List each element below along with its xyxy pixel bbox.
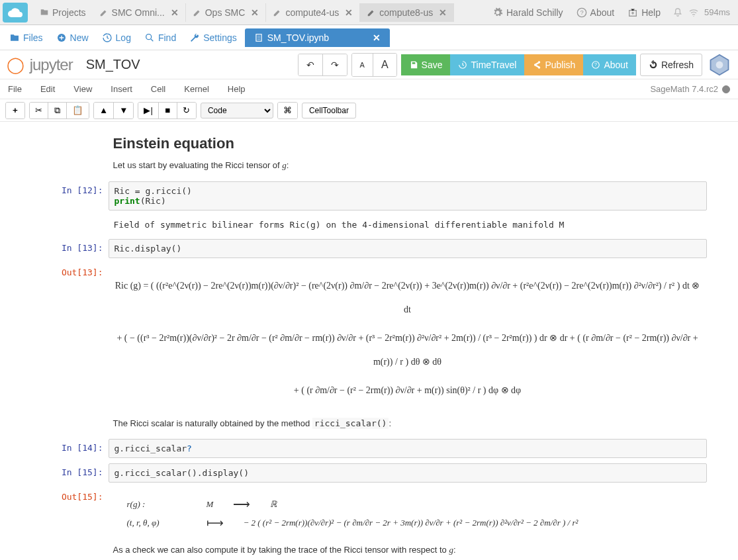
sage-logo-icon (708, 53, 731, 77)
jupyter-toolbar: + ✂ ⧉ 📋 ▲ ▼ ▶| ■ ↻ Code ⌘ CellToolbar (0, 99, 738, 122)
pencil-icon (273, 8, 282, 17)
command-palette-button[interactable]: ⌘ (278, 103, 297, 118)
jupyter-header: ◯ jupyter SM_TOV ↶ ↷ A A Save TimeTravel… (0, 50, 738, 79)
close-icon[interactable]: ✕ (345, 7, 353, 18)
bell-icon[interactable] (672, 7, 683, 18)
move-up-button[interactable]: ▲ (94, 103, 114, 118)
about-label: About (590, 7, 615, 18)
code-cell-13[interactable]: In [13]: Ric.display() (24, 239, 707, 258)
menu-edit[interactable]: Edit (40, 84, 55, 94)
paste-button[interactable]: 📋 (67, 103, 89, 118)
in-prompt: In [12]: (24, 181, 109, 210)
code-cell-15[interactable]: In [15]: g.ricci_scalar().display() (24, 463, 707, 483)
about-link[interactable]: ? About (570, 3, 622, 22)
save-button[interactable]: Save (401, 54, 451, 75)
help-link[interactable]: Help (621, 3, 667, 22)
markdown-cell-heading[interactable]: Einstein equation Let us start by evalua… (113, 135, 707, 171)
log-label: Log (116, 32, 131, 43)
move-down-button[interactable]: ▼ (114, 103, 133, 118)
cut-button[interactable]: ✂ (30, 103, 48, 118)
projects-label: Projects (52, 7, 86, 18)
top-navigation: Projects SMC Omni... ✕ Ops SMC ✕ compute… (0, 0, 738, 25)
menu-cell[interactable]: Cell (151, 84, 165, 94)
out-prompt: Out[15]: (24, 488, 109, 539)
files-button[interactable]: Files (4, 28, 48, 47)
insert-cell-button[interactable]: + (6, 103, 24, 118)
about-label: About (604, 60, 628, 70)
open-file-tab[interactable]: SM_TOV.ipynb ✕ (245, 28, 390, 47)
new-button[interactable]: New (51, 28, 94, 47)
markdown-cell-ricci-scalar[interactable]: The Ricci scalar is naturally obtained b… (113, 418, 707, 428)
menu-kernel[interactable]: Kernel (184, 84, 209, 94)
text-output: Field of symmetric bilinear forms Ric(g)… (109, 216, 707, 234)
undo-button[interactable]: ↶ (299, 54, 323, 75)
code-cell-14[interactable]: In [14]: g.ricci_scalar? (24, 439, 707, 458)
svg-point-3 (693, 15, 694, 16)
close-icon[interactable]: ✕ (251, 7, 259, 18)
refresh-button[interactable]: Refresh (640, 54, 702, 76)
copy-button[interactable]: ⧉ (48, 103, 67, 118)
help-label: Help (641, 7, 661, 18)
cell-toolbar-button[interactable]: CellToolbar (302, 103, 356, 118)
out-prompt-empty (24, 216, 109, 234)
project-tab-label: SMC Omni... (112, 7, 165, 18)
font-decrease-button[interactable]: A (352, 54, 373, 76)
wifi-icon (688, 7, 699, 18)
question-icon: ? (591, 60, 600, 70)
notebook-title[interactable]: SM_TOV (86, 57, 140, 72)
font-buttons: A A (351, 53, 397, 77)
projects-icon (40, 8, 49, 17)
status-area: 594ms (667, 7, 735, 18)
kernel-indicator: SageMath 7.4.rc2 (650, 84, 730, 94)
timetravel-button[interactable]: TimeTravel (450, 54, 524, 75)
project-tab-3[interactable]: compute8-us ✕ (360, 3, 454, 22)
log-button[interactable]: Log (97, 28, 136, 47)
code-input[interactable]: g.ricci_scalar? (109, 439, 707, 458)
code-input[interactable]: g.ricci_scalar().display() (109, 463, 707, 483)
heading-text: Einstein equation (113, 135, 707, 152)
output-cell-12: Field of symmetric bilinear forms Ric(g)… (24, 216, 707, 234)
kernel-status-icon (722, 85, 730, 93)
project-tab-label: Ops SMC (205, 7, 246, 18)
output-cell-13: Out[13]: Ric (g) = ( ((r²e^(2ν(r)) − 2re… (24, 263, 707, 413)
code-input[interactable]: Ric.display() (109, 239, 707, 258)
close-icon[interactable]: ✕ (171, 7, 179, 18)
project-tab-label: compute8-us (379, 7, 433, 18)
project-tab-0[interactable]: SMC Omni... ✕ (93, 3, 186, 22)
menu-view[interactable]: View (73, 84, 92, 94)
project-tab-2[interactable]: compute4-us ✕ (266, 3, 360, 22)
code-input[interactable]: Ric = g.ricci() print(Ric) (109, 181, 707, 210)
restart-button[interactable]: ↻ (177, 103, 196, 118)
svg-point-5 (146, 34, 152, 39)
run-button[interactable]: ▶| (138, 103, 158, 118)
project-tab-1[interactable]: Ops SMC ✕ (186, 3, 267, 22)
math-output: Ric (g) = ( ((r²e^(2ν(r)) − 2re^(2ν(r))m… (109, 263, 707, 413)
about-button[interactable]: ? About (583, 54, 636, 75)
settings-button[interactable]: Settings (184, 28, 242, 47)
svg-text:?: ? (594, 62, 597, 67)
menu-help[interactable]: Help (228, 84, 246, 94)
close-icon[interactable]: ✕ (373, 32, 381, 43)
history-icon (102, 32, 113, 43)
history-buttons: ↶ ↷ (298, 54, 347, 76)
cell-type-select[interactable]: Code (201, 103, 273, 118)
close-icon[interactable]: ✕ (439, 7, 447, 18)
font-increase-button[interactable]: A (373, 54, 396, 76)
projects-link[interactable]: Projects (33, 3, 93, 22)
stop-button[interactable]: ■ (159, 103, 177, 118)
publish-button[interactable]: Publish (524, 54, 583, 75)
redo-button[interactable]: ↷ (323, 54, 347, 75)
find-button[interactable]: Find (139, 28, 181, 47)
code-cell-12[interactable]: In [12]: Ric = g.ricci() print(Ric) (24, 181, 707, 210)
pencil-icon (367, 8, 376, 17)
menu-file[interactable]: File (8, 84, 22, 94)
svg-point-10 (716, 61, 723, 68)
menu-insert[interactable]: Insert (111, 84, 132, 94)
markdown-cell-check[interactable]: As a check we can also compute it by tak… (113, 545, 707, 555)
in-prompt: In [15]: (24, 463, 109, 483)
user-link[interactable]: Harald Schilly (486, 3, 570, 22)
search-icon (144, 32, 155, 43)
app-logo[interactable] (3, 3, 28, 23)
ricci-scalar-text: The Ricci scalar is naturally obtained b… (113, 418, 707, 428)
latency-text: 594ms (704, 7, 730, 17)
